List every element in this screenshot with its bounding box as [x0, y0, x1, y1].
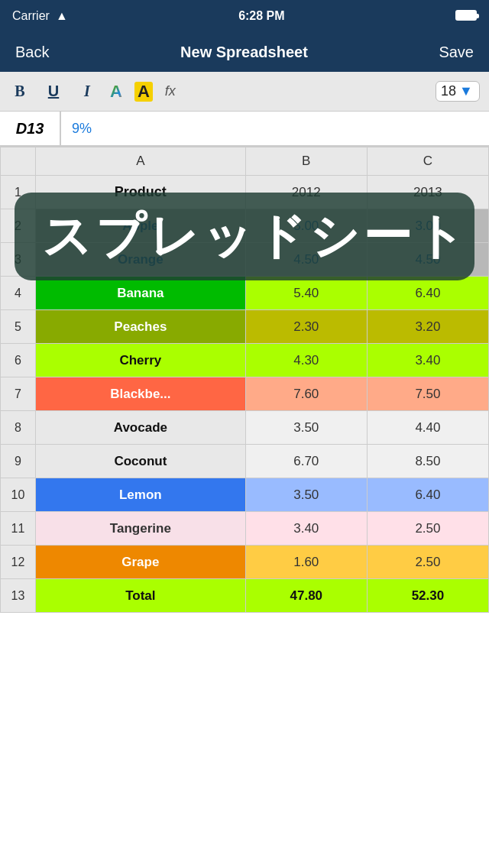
- cell-b[interactable]: 4.50: [245, 243, 367, 277]
- cell-product[interactable]: Blackbe...: [36, 377, 246, 411]
- col-header-a[interactable]: A: [36, 147, 246, 176]
- status-bar-right: [455, 10, 477, 23]
- cell-c[interactable]: 3.00: [367, 209, 488, 243]
- row-number: 7: [1, 377, 36, 411]
- col-header-b[interactable]: B: [245, 147, 367, 176]
- cell-b[interactable]: 5.00: [245, 209, 367, 243]
- cell-product[interactable]: Total: [36, 579, 246, 613]
- spreadsheet-table: A B C 1Product201220132Apple5.003.003Ora…: [0, 147, 489, 613]
- table-row: 3Orange4.504.50: [1, 243, 489, 277]
- table-row: 7Blackbe...7.607.50: [1, 377, 489, 411]
- cell-c[interactable]: 3.40: [367, 344, 488, 377]
- cell-c[interactable]: 2013: [367, 176, 488, 209]
- row-number: 6: [1, 344, 36, 377]
- table-row: 1Product20122013: [1, 176, 489, 209]
- cell-b[interactable]: 6.70: [245, 445, 367, 478]
- cell-b[interactable]: 2.30: [245, 310, 367, 344]
- cell-ref-bar: D13: [0, 112, 489, 147]
- table-row: 12Grape1.602.50: [1, 546, 489, 579]
- cell-b[interactable]: 4.30: [245, 344, 367, 377]
- italic-button[interactable]: I: [76, 83, 98, 100]
- row-number: 12: [1, 546, 36, 579]
- cell-c[interactable]: 4.50: [367, 243, 488, 277]
- table-row: 13Total47.8052.30: [1, 579, 489, 613]
- cell-c[interactable]: 2.50: [367, 546, 488, 579]
- cell-product[interactable]: Tangerine: [36, 512, 246, 546]
- cell-c[interactable]: 4.40: [367, 411, 488, 445]
- save-button[interactable]: Save: [439, 44, 474, 61]
- table-row: 11Tangerine3.402.50: [1, 512, 489, 546]
- status-bar: Carrier ▲ 6:28 PM: [0, 0, 489, 32]
- underline-button[interactable]: U: [43, 83, 64, 100]
- status-bar-left: Carrier ▲: [12, 9, 68, 23]
- table-row: 5Peaches2.303.20: [1, 310, 489, 344]
- cell-ref-label: D13: [0, 112, 61, 145]
- cell-product[interactable]: Orange: [36, 243, 246, 277]
- row-number: 9: [1, 445, 36, 478]
- carrier-label: Carrier: [12, 9, 50, 23]
- table-row: 8Avocade3.504.40: [1, 411, 489, 445]
- bold-button[interactable]: B: [9, 83, 31, 100]
- cell-product[interactable]: Coconut: [36, 445, 246, 478]
- row-number: 1: [1, 176, 36, 209]
- cell-c[interactable]: 8.50: [367, 445, 488, 478]
- battery-icon: [455, 10, 477, 21]
- font-size-control[interactable]: 18 ▼: [436, 81, 480, 102]
- cell-c[interactable]: 2.50: [367, 512, 488, 546]
- table-row: 6Cherry4.303.40: [1, 344, 489, 377]
- status-time: 6:28 PM: [238, 9, 284, 23]
- row-number: 4: [1, 277, 36, 310]
- cell-product[interactable]: Product: [36, 176, 246, 209]
- row-number: 2: [1, 209, 36, 243]
- nav-title: New Spreadsheet: [180, 44, 308, 61]
- table-row: 2Apple5.003.00: [1, 209, 489, 243]
- formula-button[interactable]: fx: [165, 83, 176, 99]
- cell-c[interactable]: 3.20: [367, 310, 488, 344]
- row-number: 3: [1, 243, 36, 277]
- column-header-row: A B C: [1, 147, 489, 176]
- cell-product[interactable]: Peaches: [36, 310, 246, 344]
- cell-b[interactable]: 2012: [245, 176, 367, 209]
- cell-product[interactable]: Lemon: [36, 478, 246, 512]
- cell-b[interactable]: 3.50: [245, 478, 367, 512]
- cell-b[interactable]: 3.50: [245, 411, 367, 445]
- row-number: 11: [1, 512, 36, 546]
- cell-c[interactable]: 7.50: [367, 377, 488, 411]
- cell-c[interactable]: 52.30: [367, 579, 488, 613]
- cell-product[interactable]: Banana: [36, 277, 246, 310]
- spreadsheet-container: A B C 1Product201220132Apple5.003.003Ora…: [0, 147, 489, 613]
- cell-product[interactable]: Grape: [36, 546, 246, 579]
- nav-bar: Back New Spreadsheet Save: [0, 32, 489, 72]
- cell-product[interactable]: Apple: [36, 209, 246, 243]
- cell-b[interactable]: 7.60: [245, 377, 367, 411]
- wifi-icon: ▲: [56, 9, 68, 23]
- cell-b[interactable]: 3.40: [245, 512, 367, 546]
- table-row: 10Lemon3.506.40: [1, 478, 489, 512]
- cell-c[interactable]: 6.40: [367, 277, 488, 310]
- cell-ref-input[interactable]: [61, 121, 489, 137]
- cell-b[interactable]: 47.80: [245, 579, 367, 613]
- back-button[interactable]: Back: [15, 44, 49, 61]
- cell-b[interactable]: 1.60: [245, 546, 367, 579]
- table-row: 9Coconut6.708.50: [1, 445, 489, 478]
- corner-cell: [1, 147, 36, 176]
- row-number: 8: [1, 411, 36, 445]
- cell-product[interactable]: Cherry: [36, 344, 246, 377]
- cell-product[interactable]: Avocade: [36, 411, 246, 445]
- font-size-value: 18: [441, 83, 456, 99]
- table-row: 4Banana5.406.40: [1, 277, 489, 310]
- cell-b[interactable]: 5.40: [245, 277, 367, 310]
- font-size-arrow-icon[interactable]: ▼: [459, 83, 473, 99]
- col-header-c[interactable]: C: [367, 147, 488, 176]
- row-number: 13: [1, 579, 36, 613]
- row-number: 10: [1, 478, 36, 512]
- font-color-button[interactable]: A: [110, 82, 122, 102]
- highlight-color-button[interactable]: A: [134, 82, 153, 102]
- row-number: 5: [1, 310, 36, 344]
- cell-c[interactable]: 6.40: [367, 478, 488, 512]
- toolbar: B U I A A fx 18 ▼: [0, 72, 489, 112]
